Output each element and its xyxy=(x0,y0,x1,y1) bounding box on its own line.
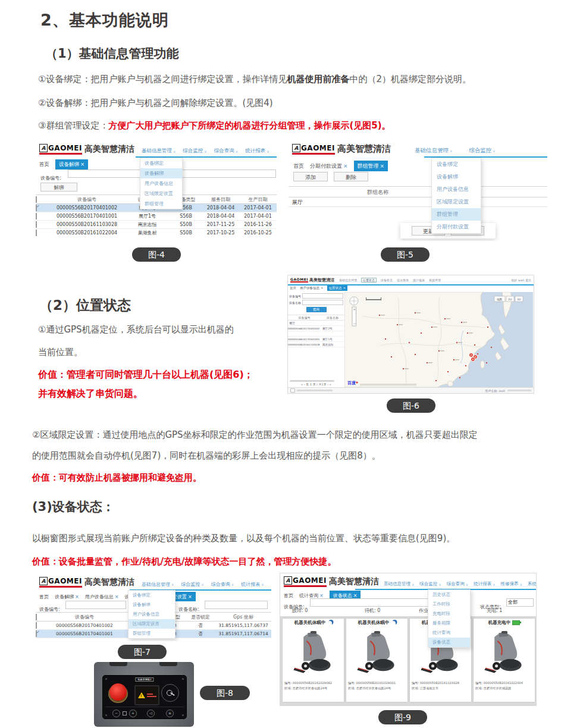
nav-item[interactable]: 基础信息管理 xyxy=(142,581,174,588)
list-group-row[interactable]: 展厅 xyxy=(288,321,344,326)
query-button[interactable]: 查询 xyxy=(306,307,327,312)
device-card[interactable]: 机器关机休眠中 编号: 00000S56B20161029001 区域: 合肥市… xyxy=(346,619,408,702)
nav-item[interactable]: 综合监控 xyxy=(419,581,441,587)
tab-item[interactable]: 用户设备信息 xyxy=(300,286,324,290)
nav-item[interactable]: 统计报表 xyxy=(245,148,269,155)
nav-item[interactable]: 综合监控 xyxy=(469,147,495,155)
device-name-input[interactable] xyxy=(302,300,343,305)
list-item[interactable]: 00000S56B20170401002展厅2号 xyxy=(288,326,344,331)
tab-item[interactable]: 用户设备信息 xyxy=(85,594,119,600)
close-icon[interactable] xyxy=(80,161,84,167)
nav-item[interactable]: 综合查询 xyxy=(211,581,234,588)
state-type-select[interactable]: 全部 xyxy=(506,598,534,607)
menu-item[interactable]: 设备绑定 xyxy=(140,158,182,168)
tab-item[interactable]: 统计查询 xyxy=(299,592,324,599)
nav-item[interactable]: 综合监控 xyxy=(181,581,203,588)
row-checkbox[interactable] xyxy=(36,630,37,637)
tab-active[interactable]: 群组管理 xyxy=(354,161,388,171)
menu-item[interactable]: 服务期限 xyxy=(428,619,470,628)
horn-button[interactable]: ◁ xyxy=(147,710,155,717)
tab-active[interactable]: 设备解绑 xyxy=(55,159,88,170)
tab-home[interactable]: 首页 xyxy=(290,286,296,290)
map-type-buttons[interactable]: 地图 2D 3D xyxy=(494,296,523,302)
close-icon[interactable] xyxy=(188,594,192,600)
close-icon[interactable] xyxy=(75,594,79,600)
menu-item[interactable]: 设备解绑 xyxy=(128,600,175,610)
add-button[interactable]: 添加 xyxy=(293,172,328,181)
device-id-input[interactable] xyxy=(65,601,126,609)
menu-item[interactable]: 统计查询 xyxy=(428,628,470,638)
unbind-button[interactable]: 解绑 xyxy=(40,183,77,192)
row-checkbox[interactable] xyxy=(36,213,37,219)
map-canvas[interactable]: + − 地图 2D 3D 百度 xyxy=(344,292,533,387)
nav-item[interactable]: 统计报表 xyxy=(241,581,264,588)
statusbar-checkbox[interactable] xyxy=(290,388,295,393)
nav-item[interactable]: 基础信息管理 xyxy=(384,581,414,587)
list-item[interactable]: 00000S56B20170401001展厅1号 xyxy=(288,337,344,342)
menu-item[interactable]: 充电时段 xyxy=(428,609,470,619)
select-all-checkbox[interactable] xyxy=(36,196,37,203)
close-icon[interactable] xyxy=(319,593,324,598)
menu-item[interactable]: 历史状态 xyxy=(428,590,470,600)
menu-item[interactable]: 用户设备信息 xyxy=(128,610,175,619)
nav-item[interactable]: 维修保养 xyxy=(501,581,522,587)
menu-item-active[interactable]: 设备状态 xyxy=(428,638,470,647)
nav-item[interactable]: 综合监控 xyxy=(183,148,206,155)
tab-home[interactable]: 首页 xyxy=(39,161,49,168)
close-icon[interactable] xyxy=(321,286,324,290)
tab-home[interactable]: 首页 xyxy=(293,162,304,170)
tab-home[interactable]: 首页 xyxy=(39,594,49,600)
pagination[interactable]: « ‹ 第 1 页 / 共1页 › » xyxy=(289,382,343,386)
tab-item[interactable]: 分期付款设置 xyxy=(310,162,348,170)
menu-item[interactable]: 用户设备信息 xyxy=(140,178,182,189)
key-switch-dial[interactable] xyxy=(161,684,179,702)
row-checkbox[interactable] xyxy=(36,205,37,211)
fig6-map[interactable]: + − 地图 2D 3D 百度 xyxy=(344,292,534,387)
delete-button[interactable]: 删除 xyxy=(334,172,368,181)
list-item[interactable]: 00000S50B20161103028南京志恒 xyxy=(288,342,344,347)
close-icon[interactable] xyxy=(353,593,358,598)
nav-item[interactable]: 综合查询 xyxy=(214,148,238,155)
menu-item[interactable]: 群组管理 xyxy=(140,199,182,209)
menu-item[interactable]: 用户设备信息 xyxy=(432,183,481,196)
menu-item-active[interactable]: 群组管理 xyxy=(432,208,481,221)
table-row[interactable]: 00000S50B20161103028 南京志恒 S50B 2017-11-2… xyxy=(36,221,277,229)
device-id-input[interactable] xyxy=(302,293,343,299)
menu-item-active[interactable]: 设备解绑 xyxy=(140,168,182,178)
nav-item[interactable]: 统计报表 xyxy=(413,278,425,282)
tab-item[interactable]: 设备解绑 xyxy=(55,594,79,600)
squeegee-button[interactable]: ≡ xyxy=(166,710,174,717)
emergency-stop-button[interactable] xyxy=(109,683,127,701)
nav-item[interactable]: 统计报表 xyxy=(474,581,495,587)
menu-item[interactable]: 群组管理 xyxy=(128,629,175,638)
welcome-text[interactable]: 你好 walt 退出 xyxy=(511,278,531,282)
close-icon[interactable] xyxy=(343,286,346,290)
nav-item[interactable]: 基础信息管理 xyxy=(142,148,175,155)
horizontal-scrollbar[interactable] xyxy=(290,380,334,382)
nav-item[interactable]: 基础信息管理 xyxy=(339,278,357,282)
select-all-checkbox[interactable] xyxy=(36,614,37,620)
row-checkbox[interactable] xyxy=(36,230,37,236)
menu-item-active[interactable]: 区域限定设置 xyxy=(128,619,175,629)
menu-item[interactable]: 区域限定设置 xyxy=(432,196,481,208)
device-card[interactable]: 机器充电中 编号: 00000S50B20161022004 区域: 合肥市经开… xyxy=(474,619,535,702)
device-name-input[interactable] xyxy=(205,601,268,609)
menu-item[interactable]: 设备绑定 xyxy=(432,158,481,171)
nav-item[interactable]: 系统管理 xyxy=(429,278,441,282)
close-icon[interactable] xyxy=(380,163,385,169)
nav-item[interactable]: 设备状态 xyxy=(381,278,393,282)
nav-item[interactable]: 系统管理 xyxy=(528,581,537,587)
fig5-group-row[interactable]: 展厅 xyxy=(289,197,547,207)
table-row[interactable]: 00000S50B20161022004 巢湖鱼桩 S50B 2017-10-2… xyxy=(36,229,277,236)
nav-item[interactable]: 综合查询 xyxy=(447,581,468,587)
menu-item[interactable]: 工作时段 xyxy=(428,600,470,609)
device-card[interactable]: 机器关机休眠中 编号: 00000S56B20161029082 区域: 合肥市… xyxy=(283,619,344,702)
tab-active[interactable]: 位置状态 xyxy=(327,285,348,291)
row-checkbox[interactable] xyxy=(36,221,37,228)
close-icon[interactable] xyxy=(343,163,348,169)
menu-item[interactable]: 区域限定设置 xyxy=(140,189,182,199)
nav-item-active[interactable]: 位置状态 xyxy=(361,278,377,283)
row-checkbox[interactable] xyxy=(36,622,37,629)
nav-item[interactable]: 基础信息管理 xyxy=(415,147,452,155)
menu-item[interactable]: 分期付款设置 xyxy=(432,221,481,233)
